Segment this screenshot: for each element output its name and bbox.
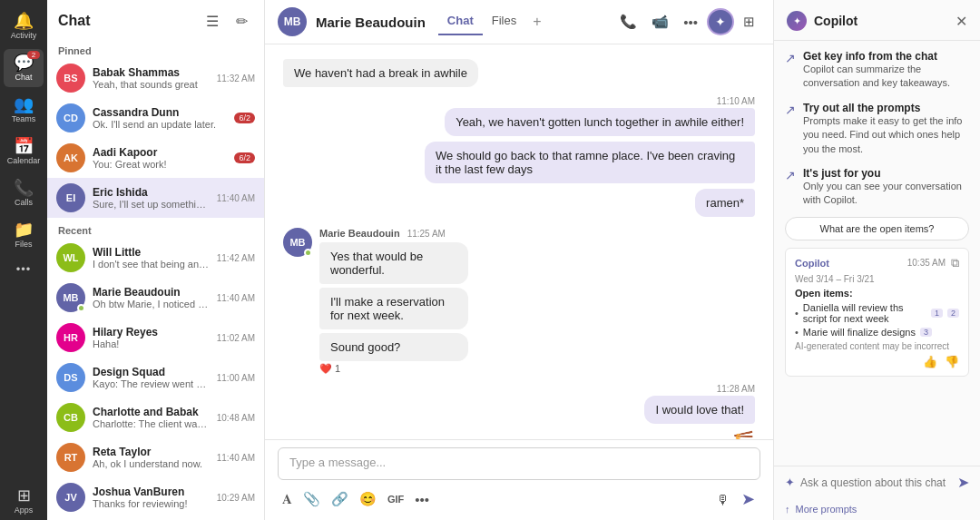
sidebar-item-calendar[interactable]: 📅 Calendar — [4, 132, 44, 171]
list-item[interactable]: BS Babak Shammas Yeah, that sounds great… — [47, 58, 264, 98]
sidebar-item-calls[interactable]: 📞 Calls — [4, 174, 44, 212]
sidebar-item-files[interactable]: 📁 Files — [4, 216, 44, 254]
sidebar-item-apps[interactable]: ⊞ Apps — [4, 482, 44, 520]
list-item[interactable]: WL Will Little I don't see that being an… — [47, 238, 264, 278]
list-item[interactable]: CB Charlotte and Babak Charlotte: The cl… — [47, 397, 264, 437]
list-item[interactable]: EI Eric Ishida Sure, I'll set up somethi… — [47, 178, 264, 218]
grid-view-button[interactable]: ⊞ — [738, 8, 760, 35]
sidebar-item-label: Calendar — [7, 156, 41, 165]
pinned-section-label: Pinned — [47, 38, 264, 58]
sender-avatar: MB — [283, 228, 312, 257]
option-content: Try out all the prompts Prompts make it … — [803, 102, 969, 156]
send-button[interactable]: ➤ — [736, 486, 760, 513]
chat-meta: 11:42 AM — [217, 253, 255, 263]
add-tab-button[interactable]: + — [525, 8, 548, 35]
avatar: CD — [56, 103, 85, 132]
copilot-button[interactable]: ✦ — [707, 8, 734, 35]
new-chat-button[interactable]: ✏ — [230, 9, 253, 33]
avatar: AK — [56, 143, 85, 172]
main-chat-area: MB Marie Beaudouin Chat Files + 📞 📹 ••• … — [265, 0, 773, 520]
list-item[interactable]: HR Hilary Reyes Haha! 11:02 AM — [47, 318, 264, 358]
copilot-title: Copilot — [814, 14, 948, 28]
format-button[interactable]: 𝐀 — [278, 487, 297, 511]
chat-info: Design Squad Kayo: The review went reall… — [93, 366, 210, 389]
tab-chat[interactable]: Chat — [438, 8, 483, 35]
files-icon: 📁 — [14, 221, 34, 238]
chat-meta: 11:40 AM — [217, 293, 255, 303]
sidebar-item-label: Chat — [15, 73, 32, 82]
contact-avatar: MB — [278, 7, 307, 36]
chat-info: Eric Ishida Sure, I'll set up something … — [93, 186, 210, 210]
header-icons: ☰ ✏ — [201, 9, 253, 33]
attach-file-button[interactable]: 📎 — [299, 487, 325, 511]
teams-icon: 👥 — [14, 96, 34, 113]
copilot-question-input[interactable] — [800, 476, 952, 489]
copilot-close-button[interactable]: ✕ — [956, 13, 967, 30]
message-bubble: We should go back to that ramne place. I… — [425, 142, 755, 183]
audio-message-button[interactable]: 🎙 — [711, 488, 734, 511]
message-row: 🍜 — [283, 429, 755, 439]
sidebar-item-label: Apps — [15, 505, 34, 515]
list-item[interactable]: JV Joshua VanBuren Thanks for reviewing!… — [47, 477, 264, 517]
message-row: ramen* — [283, 189, 755, 217]
message-input[interactable]: Type a message... — [278, 447, 760, 480]
copilot-suggestion-chip[interactable]: What are the open items? — [785, 217, 969, 240]
video-call-button[interactable]: 📹 — [646, 8, 674, 35]
calendar-icon: 📅 — [14, 138, 34, 154]
more-toolbar-button[interactable]: ••• — [410, 488, 434, 511]
copy-button[interactable]: ⧉ — [951, 256, 959, 270]
list-item[interactable]: CD Cassandra Dunn Ok. I'll send an updat… — [47, 98, 264, 138]
sidebar-item-teams[interactable]: 👥 Teams — [4, 91, 44, 129]
avatar: RT — [56, 443, 85, 472]
message-bubble: I'll make a reservation for next week. — [319, 288, 468, 329]
copilot-response: Copilot 10:35 AM ⧉ Wed 3/14 – Fri 3/21 O… — [785, 248, 969, 377]
emoji-button[interactable]: 😊 — [355, 487, 381, 511]
avatar: HR — [56, 323, 85, 352]
filter-button[interactable]: ☰ — [201, 9, 224, 33]
list-item[interactable]: MB Marie Beaudouin Oh btw Marie, I notic… — [47, 278, 264, 318]
gif-button[interactable]: GIF — [383, 490, 408, 508]
message-row: We haven't had a break in awhile — [283, 59, 755, 87]
chat-badge: 2 — [27, 51, 40, 59]
copilot-logo: ✦ — [787, 11, 807, 31]
copilot-input-area: ✦ ➤ — [774, 466, 980, 498]
chat-info: Joshua VanBuren Thanks for reviewing! — [93, 486, 210, 509]
chat-meta: 6/2 — [234, 113, 255, 123]
sidebar-item-activity[interactable]: 🔔 Activity — [4, 7, 44, 45]
more-actions-button[interactable]: ••• — [678, 8, 703, 35]
copilot-header: ✦ Copilot ✕ — [774, 0, 980, 41]
list-item[interactable]: DS Design Squad Kayo: The review went re… — [47, 358, 264, 397]
list-item[interactable]: AK Aadi Kapoor You: Great work! 6/2 — [47, 138, 264, 178]
private-icon: ↗ — [785, 168, 796, 182]
chat-meta: 10:48 AM — [217, 413, 255, 423]
message-row: We should go back to that ramne place. I… — [283, 142, 755, 183]
message-content: Marie Beaudouin 11:25 AM Yes that would … — [319, 228, 533, 375]
chat-info: Will Little I don't see that being an is… — [93, 246, 210, 270]
chat-info: Cassandra Dunn Ok. I'll send an update l… — [93, 106, 227, 130]
more-prompts-icon: ↑ — [785, 504, 790, 515]
avatar: BS — [56, 64, 85, 93]
tab-files[interactable]: Files — [483, 8, 525, 35]
sidebar-item-more[interactable]: ••• — [4, 258, 44, 282]
key-info-icon: ↗ — [785, 51, 796, 65]
thumbs-up-button[interactable]: 👍 — [923, 355, 937, 368]
link-button[interactable]: 🔗 — [327, 487, 353, 511]
chat-header-actions: 📞 📹 ••• ✦ ⊞ — [614, 8, 760, 35]
apps-icon: ⊞ — [17, 487, 31, 504]
audio-call-button[interactable]: 📞 — [614, 8, 642, 35]
chat-meta: 11:32 AM — [217, 74, 255, 83]
sidebar-item-chat[interactable]: 2 💬 Chat — [4, 49, 44, 87]
avatar: JV — [56, 483, 85, 512]
message-row: 11:28 AM I would love that! — [283, 384, 755, 424]
prompt-icon: ✦ — [785, 476, 795, 489]
list-item[interactable]: RT Reta Taylor Ah, ok I understand now. … — [47, 437, 264, 477]
calls-icon: 📞 — [14, 180, 34, 196]
chat-info: Reta Taylor Ah, ok I understand now. — [93, 446, 210, 469]
chat-meta: 11:00 AM — [217, 373, 255, 383]
copilot-submit-button[interactable]: ➤ — [957, 474, 969, 491]
sidebar-nav: 🔔 Activity 2 💬 Chat 👥 Teams 📅 Calendar 📞… — [0, 0, 47, 520]
more-prompts-button[interactable]: ↑ More prompts — [774, 498, 980, 520]
chat-info: Charlotte and Babak Charlotte: The clien… — [93, 406, 210, 429]
thumbs-down-button[interactable]: 👎 — [945, 355, 959, 368]
message-bubble: We haven't had a break in awhile — [283, 59, 478, 87]
